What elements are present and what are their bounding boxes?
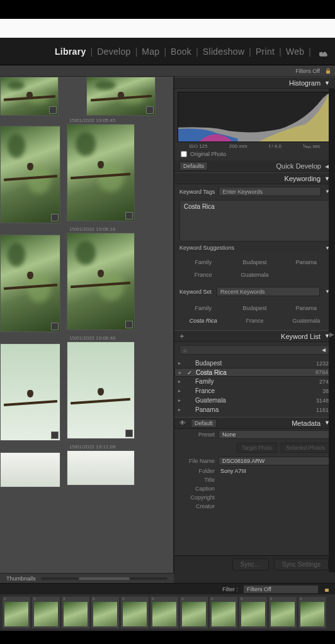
filter-footer: Filter : Filters Off xyxy=(0,583,335,594)
plus-icon[interactable]: + xyxy=(179,331,185,341)
metadata-preset-select[interactable]: Default xyxy=(191,419,217,428)
suggestion-item[interactable]: Family xyxy=(178,257,229,268)
suggestion-item[interactable]: France xyxy=(178,269,229,280)
histogram[interactable] xyxy=(178,92,332,142)
keyword-suggestions-header[interactable]: Keyword Suggestions▼ xyxy=(174,243,335,253)
tab-develop[interactable]: Develop xyxy=(97,47,130,57)
flag-badge[interactable] xyxy=(125,212,133,219)
suggestion-item[interactable]: Budapest xyxy=(230,257,280,268)
meta-value[interactable]: DSC08169.ARW xyxy=(219,457,330,465)
grid-cell[interactable] xyxy=(67,233,135,330)
tab-book[interactable]: Book xyxy=(171,47,191,57)
tab-print[interactable]: Print xyxy=(256,47,275,57)
grid-cell[interactable] xyxy=(0,235,60,332)
filmstrip[interactable]: 33333333333 xyxy=(0,594,335,631)
cloud-icon[interactable] xyxy=(319,48,329,55)
filmstrip-cell[interactable]: 3 xyxy=(32,597,60,628)
filmstrip-cell[interactable]: 3 xyxy=(239,597,267,628)
quick-develop-header[interactable]: Defaults Quick Develop◀ xyxy=(174,160,335,172)
thumbnail-size-slider[interactable] xyxy=(41,577,168,580)
histogram-meta: ISO 125200 mmf / 4.0¹⁄₁₆₀ sec xyxy=(174,142,335,150)
target-photo-button[interactable]: Target Photo xyxy=(237,443,277,453)
preset-value[interactable]: None xyxy=(219,430,330,439)
keyword-list-item[interactable]: ▸Family274 xyxy=(174,377,335,386)
filmstrip-cell[interactable]: 3 xyxy=(62,597,89,628)
grid-cell[interactable] xyxy=(0,77,59,116)
thumbnail-grid[interactable]: 3 15/01/2022 19:05:45 3 15/01/2022 19:06… xyxy=(0,77,174,573)
keyword-list-item[interactable]: ▸Panama1161 xyxy=(174,405,335,414)
filmstrip-cell[interactable]: 3 xyxy=(150,597,178,628)
keyword-list-header[interactable]: +Keyword List▼ xyxy=(174,330,335,342)
set-item[interactable]: Panama xyxy=(281,303,331,314)
tab-map[interactable]: Map xyxy=(142,47,159,57)
grid-cell[interactable] xyxy=(0,126,60,223)
filmstrip-cell[interactable]: 3 xyxy=(269,597,297,628)
flag-badge[interactable] xyxy=(51,323,59,330)
set-item[interactable]: France xyxy=(230,315,280,326)
tab-web[interactable]: Web xyxy=(286,47,304,57)
set-item[interactable]: Budapest xyxy=(230,303,280,314)
sync-button[interactable]: Sync… xyxy=(232,558,269,570)
grid-cell[interactable] xyxy=(67,124,135,221)
set-item[interactable]: Guatemala xyxy=(281,315,331,326)
flag-badge[interactable] xyxy=(49,106,57,114)
keyword-search[interactable]: ⌕◀ xyxy=(179,345,330,355)
right-panels: Histogram▼ ISO 125200 mmf / 4.0¹⁄₁₆₀ sec… xyxy=(174,77,335,573)
keywording-header[interactable]: Keywording▼ xyxy=(174,172,335,184)
keyword-set-items: Family Budapest Panama Costa Rica France… xyxy=(174,299,335,330)
original-photo-toggle[interactable]: Original Photo xyxy=(174,150,335,160)
lock-icon[interactable] xyxy=(324,586,330,592)
flag-badge[interactable] xyxy=(51,431,59,439)
grid-cell[interactable] xyxy=(0,343,60,441)
qd-preset-select[interactable]: Defaults xyxy=(179,162,208,170)
timestamp: 15/01/2022 19:06:16 xyxy=(67,226,168,233)
grid-cell[interactable] xyxy=(67,341,135,439)
grid-cell[interactable] xyxy=(86,77,156,116)
keyword-tags-input[interactable]: Costa Rica xyxy=(179,200,330,242)
filmstrip-cell[interactable]: 3 xyxy=(210,597,237,628)
suggestion-item[interactable]: Panama xyxy=(281,257,331,268)
grid-cell[interactable] xyxy=(67,450,135,486)
right-panel-edge[interactable]: ▶ xyxy=(329,89,335,572)
keyword-tags-select[interactable]: Enter Keywords xyxy=(219,187,321,196)
metadata-header[interactable]: 👁Default Metadata▼ xyxy=(174,417,335,429)
lock-icon[interactable] xyxy=(325,68,331,74)
selected-photos-button[interactable]: Selected Photos xyxy=(281,443,330,453)
keyword-suggestions: Family Budapest Panama France Guatemala xyxy=(174,253,335,284)
suggestion-item[interactable]: Guatemala xyxy=(230,269,280,280)
tab-library[interactable]: Library xyxy=(55,47,86,57)
tab-slideshow[interactable]: Slideshow xyxy=(203,47,245,57)
expand-arrow-icon[interactable]: ▶ xyxy=(329,331,335,342)
eye-icon[interactable]: 👁 xyxy=(179,419,187,426)
filmstrip-cell[interactable]: 3 xyxy=(91,597,119,628)
meta-value[interactable]: Sony A7III xyxy=(219,468,330,474)
filmstrip-cell[interactable]: 3 xyxy=(121,597,149,628)
flag-badge[interactable] xyxy=(125,430,133,437)
svg-rect-1 xyxy=(325,589,329,592)
keyword-list-item[interactable]: ▸Budapest1232 xyxy=(174,358,335,368)
set-item[interactable]: Costa Rica xyxy=(178,315,229,326)
set-item[interactable]: Family xyxy=(178,303,229,314)
filters-off-label[interactable]: Filters Off xyxy=(295,68,320,74)
keyword-list-item[interactable]: ▸France38 xyxy=(174,386,335,396)
svg-rect-0 xyxy=(326,70,330,74)
sync-settings-button[interactable]: Sync Settings xyxy=(274,558,329,570)
suggestion-item[interactable] xyxy=(281,269,331,280)
sync-row: Sync… Sync Settings xyxy=(174,555,335,573)
filmstrip-cell[interactable]: 3 xyxy=(3,597,30,628)
flag-badge[interactable] xyxy=(125,321,133,328)
filmstrip-cell[interactable]: 3 xyxy=(298,597,326,628)
filters-bar: Filters Off xyxy=(0,65,335,77)
filter-select[interactable]: Filters Off xyxy=(243,585,319,594)
meta-label: Creator xyxy=(179,503,215,509)
filmstrip-cell[interactable]: 3 xyxy=(180,597,208,628)
histogram-header[interactable]: Histogram▼ xyxy=(174,77,335,89)
grid-cell[interactable] xyxy=(0,452,60,487)
app-shell: Library| Develop| Map| Book| Slideshow| … xyxy=(0,19,335,604)
flag-badge[interactable] xyxy=(51,214,59,221)
keyword-set-select[interactable]: Recent Keywords xyxy=(217,287,320,296)
flag-badge[interactable] xyxy=(146,106,154,114)
meta-label: Folder xyxy=(179,468,215,474)
keyword-list-item[interactable]: ▸✓Costa Rica8794 xyxy=(174,368,335,377)
keyword-list-item[interactable]: ▸Guatemala3148 xyxy=(174,396,335,405)
